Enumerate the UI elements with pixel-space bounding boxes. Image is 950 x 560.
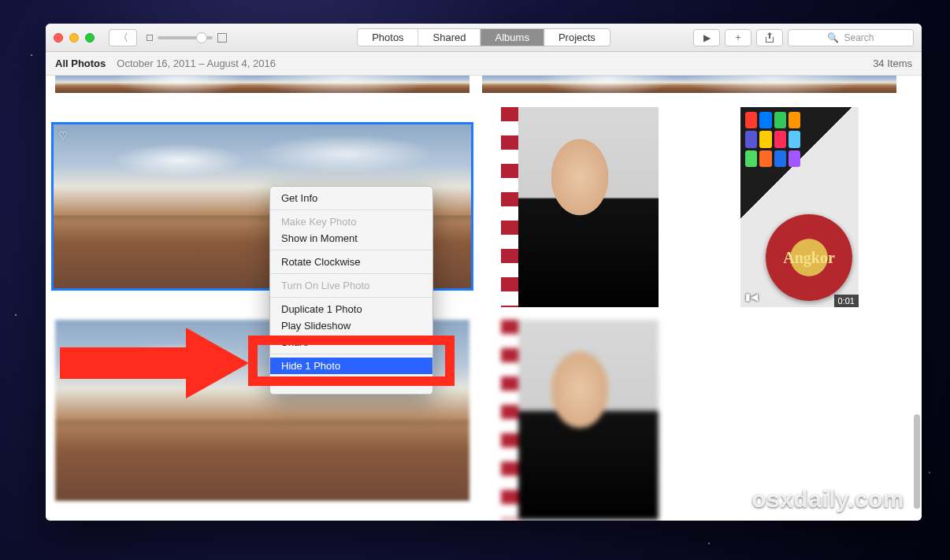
annotation-highlight-box	[248, 336, 455, 386]
app-grid-decoration	[745, 112, 800, 167]
menu-separator	[270, 210, 432, 210]
album-date-range: October 16, 2011 – August 4, 2016	[117, 57, 276, 69]
video-duration: 0:01	[834, 295, 859, 307]
video-icon: ▮◀	[745, 291, 758, 302]
window-controls	[54, 33, 95, 43]
menu-separator	[270, 273, 432, 274]
photo-thumb[interactable]	[482, 76, 896, 93]
add-button[interactable]: ＋	[725, 29, 751, 46]
flag-decoration	[501, 320, 518, 520]
menu-rotate-clockwise[interactable]: Rotate Clockwise	[270, 254, 432, 270]
menu-make-key-photo: Make Key Photo	[270, 213, 432, 230]
photo-thumb[interactable]	[501, 107, 659, 307]
play-slideshow-button[interactable]: ▶	[693, 29, 720, 46]
menu-show-in-moment[interactable]: Show in Moment	[270, 230, 432, 247]
fullscreen-button[interactable]	[85, 33, 95, 43]
share-button[interactable]	[756, 29, 783, 46]
scrollbar-thumb[interactable]	[914, 414, 920, 509]
back-button[interactable]: 〈	[109, 29, 137, 46]
photos-app-window: 〈 Photos Shared Albums Projects ▶ ＋ 🔍 Se…	[46, 24, 922, 521]
annotation-arrow-shaft	[60, 347, 186, 379]
menu-turn-on-live-photo: Turn On Live Photo	[270, 277, 432, 294]
photo-thumb[interactable]	[501, 320, 659, 520]
share-icon	[765, 32, 774, 43]
flag-decoration	[501, 107, 518, 307]
titlebar: 〈 Photos Shared Albums Projects ▶ ＋ 🔍 Se…	[46, 24, 922, 52]
tab-photos[interactable]: Photos	[358, 29, 418, 46]
tab-albums[interactable]: Albums	[481, 29, 544, 46]
album-header: All Photos October 16, 2011 – August 4, …	[46, 52, 922, 76]
zoom-out-icon	[147, 35, 153, 41]
thumbnail-zoom-control[interactable]	[147, 33, 227, 43]
toolbar-right-group: ▶ ＋ 🔍 Search	[693, 29, 914, 46]
menu-separator	[270, 297, 432, 298]
menu-separator	[270, 250, 432, 250]
favorite-icon[interactable]: ♡	[58, 129, 69, 142]
zoom-slider-knob[interactable]	[196, 32, 207, 43]
menu-duplicate[interactable]: Duplicate 1 Photo	[270, 301, 432, 317]
search-field[interactable]: 🔍 Search	[788, 29, 914, 46]
menu-play-slideshow[interactable]: Play Slideshow	[270, 317, 432, 334]
zoom-slider[interactable]	[158, 36, 213, 39]
view-segmented-control: Photos Shared Albums Projects	[357, 28, 610, 46]
video-thumb[interactable]: Angkor ▮◀ 0:01	[740, 107, 859, 307]
tab-projects[interactable]: Projects	[544, 29, 610, 46]
close-button[interactable]	[54, 33, 63, 43]
plus-icon: ＋	[733, 31, 743, 44]
album-title: All Photos	[55, 57, 106, 69]
tab-shared[interactable]: Shared	[419, 29, 481, 46]
coaster-label: Angkor	[766, 214, 852, 301]
search-placeholder: Search	[844, 32, 874, 43]
play-icon: ▶	[703, 32, 711, 43]
menu-get-info[interactable]: Get Info	[270, 190, 432, 206]
photo-grid: ♡ Angkor ▮◀ 0:01 Get Info Make Ke	[46, 76, 922, 521]
minimize-button[interactable]	[69, 33, 79, 43]
search-icon: 🔍	[827, 32, 839, 43]
zoom-in-icon	[217, 33, 227, 43]
photo-thumb[interactable]	[55, 76, 469, 93]
chevron-left-icon: 〈	[118, 31, 128, 45]
album-item-count: 34 Items	[873, 57, 912, 69]
watermark: osxdaily.com	[751, 486, 904, 513]
annotation-arrow-head	[186, 328, 249, 399]
